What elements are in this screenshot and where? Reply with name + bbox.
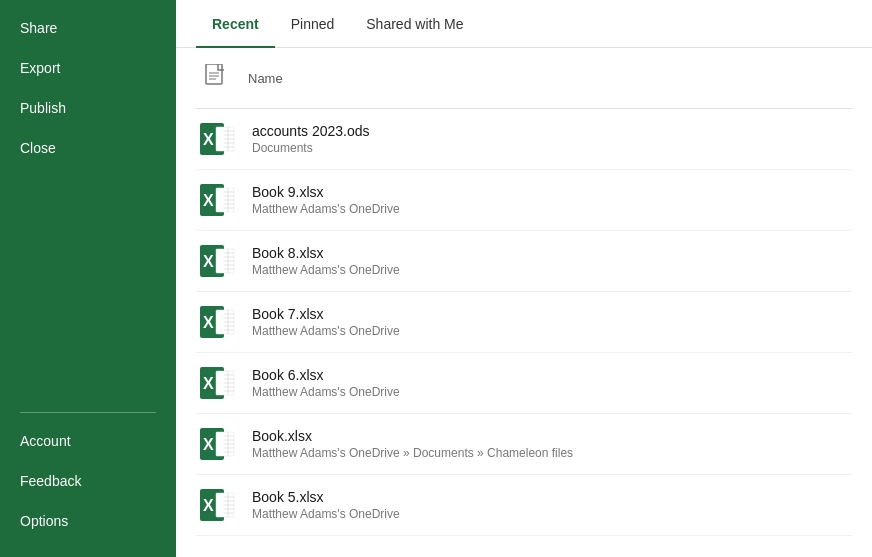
tab-recent[interactable]: Recent <box>196 0 275 48</box>
file-excel-icon: X <box>196 117 240 161</box>
svg-text:X: X <box>203 192 214 209</box>
file-name-label: accounts 2023.ods <box>252 123 370 139</box>
file-location-label: Matthew Adams's OneDrive <box>252 507 400 521</box>
file-name-label: Book 6.xlsx <box>252 367 400 383</box>
sidebar-top: Share Export Publish Close <box>0 0 176 404</box>
sidebar-item-share[interactable]: Share <box>0 8 176 48</box>
file-row[interactable]: X Book 6.xlsxMatthew Adams's OneDrive <box>196 353 852 414</box>
file-excel-icon: X <box>196 361 240 405</box>
file-location-label: Matthew Adams's OneDrive <box>252 385 400 399</box>
svg-text:X: X <box>203 314 214 331</box>
tabs-container: Recent Pinned Shared with Me <box>176 0 872 48</box>
file-list-header: Name <box>196 48 852 109</box>
file-rows-container: X accounts 2023.odsDocuments X Book 9.xl… <box>196 109 852 536</box>
sidebar-item-publish[interactable]: Publish <box>0 88 176 128</box>
file-name-label: Book 7.xlsx <box>252 306 400 322</box>
file-excel-icon: X <box>196 239 240 283</box>
file-info: Book 9.xlsxMatthew Adams's OneDrive <box>252 184 400 216</box>
svg-text:X: X <box>203 375 214 392</box>
file-name-header-label: Name <box>248 71 283 86</box>
sidebar-item-export[interactable]: Export <box>0 48 176 88</box>
file-row[interactable]: X Book 9.xlsxMatthew Adams's OneDrive <box>196 170 852 231</box>
file-excel-icon: X <box>196 178 240 222</box>
file-excel-icon: X <box>196 483 240 527</box>
sidebar-label-export: Export <box>20 60 60 76</box>
file-info: accounts 2023.odsDocuments <box>252 123 370 155</box>
svg-text:X: X <box>203 131 214 148</box>
svg-text:X: X <box>203 253 214 270</box>
file-row[interactable]: X Book 5.xlsxMatthew Adams's OneDrive <box>196 475 852 536</box>
file-row[interactable]: X Book.xlsxMatthew Adams's OneDrive » Do… <box>196 414 852 475</box>
file-list: Name X accounts 2023.odsDocuments X <box>176 48 872 557</box>
file-info: Book.xlsxMatthew Adams's OneDrive » Docu… <box>252 428 573 460</box>
file-name-label: Book 8.xlsx <box>252 245 400 261</box>
sidebar-label-publish: Publish <box>20 100 66 116</box>
sidebar-label-account: Account <box>20 433 71 449</box>
file-name-label: Book 5.xlsx <box>252 489 400 505</box>
sidebar-item-close[interactable]: Close <box>0 128 176 168</box>
file-excel-icon: X <box>196 300 240 344</box>
file-info: Book 8.xlsxMatthew Adams's OneDrive <box>252 245 400 277</box>
sidebar: Share Export Publish Close Account Feedb… <box>0 0 176 557</box>
svg-text:X: X <box>203 497 214 514</box>
sidebar-label-close: Close <box>20 140 56 156</box>
file-info: Book 7.xlsxMatthew Adams's OneDrive <box>252 306 400 338</box>
file-location-label: Matthew Adams's OneDrive <box>252 324 400 338</box>
file-location-label: Documents <box>252 141 370 155</box>
sidebar-label-feedback: Feedback <box>20 473 81 489</box>
file-header-doc-icon <box>196 58 236 98</box>
file-excel-icon: X <box>196 422 240 466</box>
tab-pinned[interactable]: Pinned <box>275 0 351 48</box>
main-content: Recent Pinned Shared with Me Name <box>176 0 872 557</box>
file-row[interactable]: X Book 8.xlsxMatthew Adams's OneDrive <box>196 231 852 292</box>
tab-shared[interactable]: Shared with Me <box>350 0 479 48</box>
file-row[interactable]: X accounts 2023.odsDocuments <box>196 109 852 170</box>
sidebar-divider <box>20 412 156 413</box>
document-icon <box>204 64 228 92</box>
file-name-label: Book 9.xlsx <box>252 184 400 200</box>
sidebar-bottom: Account Feedback Options <box>0 421 176 557</box>
file-location-label: Matthew Adams's OneDrive <box>252 202 400 216</box>
file-location-label: Matthew Adams's OneDrive <box>252 263 400 277</box>
svg-rect-0 <box>206 64 222 84</box>
svg-text:X: X <box>203 436 214 453</box>
file-row[interactable]: X Book 7.xlsxMatthew Adams's OneDrive <box>196 292 852 353</box>
sidebar-label-options: Options <box>20 513 68 529</box>
file-info: Book 6.xlsxMatthew Adams's OneDrive <box>252 367 400 399</box>
sidebar-item-account[interactable]: Account <box>0 421 176 461</box>
file-location-label: Matthew Adams's OneDrive » Documents » C… <box>252 446 573 460</box>
file-name-label: Book.xlsx <box>252 428 573 444</box>
file-info: Book 5.xlsxMatthew Adams's OneDrive <box>252 489 400 521</box>
sidebar-item-feedback[interactable]: Feedback <box>0 461 176 501</box>
sidebar-label-share: Share <box>20 20 57 36</box>
sidebar-item-options[interactable]: Options <box>0 501 176 541</box>
